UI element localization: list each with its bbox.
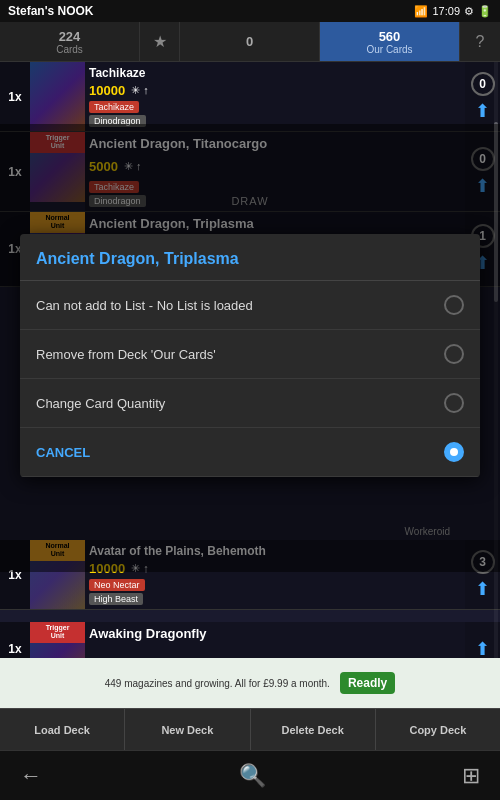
card-arrow-avatar: ⬆	[475, 578, 490, 600]
menu-icon[interactable]: ⊞	[462, 763, 480, 789]
card-qty-1: 1x	[0, 62, 30, 131]
dialog-overlay: Ancient Dragon, Triplasma Can not add to…	[0, 124, 500, 572]
search-icon[interactable]: 🔍	[239, 763, 266, 789]
tab-count2[interactable]: 0	[180, 22, 320, 61]
dialog-title-area: Ancient Dragon, Triplasma	[20, 234, 480, 281]
card-power-1: 10000	[89, 83, 125, 98]
dialog-title-text: Ancient Dragon, Triplasma	[36, 250, 239, 267]
tab-count2-val: 0	[246, 34, 253, 49]
dialog-option-remove[interactable]: Remove from Deck 'Our Cards'	[20, 330, 480, 379]
dialog-option-no-list-text: Can not add to List - No List is loaded	[36, 298, 253, 313]
card-grade-1: 0	[471, 72, 495, 96]
card-arrow-dragonfly: ⬆	[475, 638, 490, 660]
time-display: 17:09	[432, 5, 460, 17]
tab-bar: 224 Cards ★ 0 560 Our Cards ?	[0, 22, 500, 62]
dialog-option-no-list[interactable]: Can not add to List - No List is loaded	[20, 281, 480, 330]
card-thumb-1	[30, 62, 85, 132]
tab-help[interactable]: ?	[460, 22, 500, 61]
card-tag-neo-nectar: Neo Nectar	[89, 579, 145, 591]
tab-cards-count: 224	[59, 29, 81, 44]
status-icons: 📶 17:09 ⚙ 🔋	[414, 5, 492, 18]
ad-text: 449 magazines and growing. All for £9.99…	[105, 678, 330, 689]
radio-remove	[444, 344, 464, 364]
card-qty-dragonfly: 1x	[0, 622, 30, 662]
tab-star[interactable]: ★	[140, 22, 180, 61]
card-list: 1x Tachikaze 10000 ✳ ↑ Tachikaze Dinodra…	[0, 62, 500, 662]
card-tag-tachikaze-1: Tachikaze	[89, 101, 139, 113]
settings-icon: ⚙	[464, 5, 474, 18]
dialog-option-remove-text: Remove from Deck 'Our Cards'	[36, 347, 216, 362]
dialog: Ancient Dragon, Triplasma Can not add to…	[20, 234, 480, 477]
bottom-toolbar: Load Deck New Deck Delete Deck Copy Deck	[0, 708, 500, 750]
card-name-dragonfly: Awaking Dragonfly	[89, 626, 461, 641]
radio-no-list	[444, 295, 464, 315]
card-row-dragonfly[interactable]: 1x TriggerUnit Awaking Dragonfly ⬆	[0, 622, 500, 662]
tab-our-cards-count: 560	[379, 29, 401, 44]
load-deck-button[interactable]: Load Deck	[0, 709, 125, 750]
radio-cancel	[444, 442, 464, 462]
card-info-1: Tachikaze 10000 ✳ ↑ Tachikaze Dinodragon	[85, 62, 465, 131]
card-arrow-1: ⬆	[475, 100, 490, 122]
card-tag-high-beast: High Beast	[89, 593, 143, 605]
tab-our-cards-label: Our Cards	[366, 44, 412, 55]
radio-change-qty	[444, 393, 464, 413]
ad-banner[interactable]: 449 magazines and growing. All for £9.99…	[0, 658, 500, 708]
tab-cards[interactable]: 224 Cards	[0, 22, 140, 61]
tab-our-cards[interactable]: 560 Our Cards	[320, 22, 460, 61]
delete-deck-button[interactable]: Delete Deck	[251, 709, 376, 750]
card-name-1: Tachikaze	[89, 66, 461, 80]
card-thumb-dragonfly: TriggerUnit	[30, 622, 85, 662]
nav-bar: ← 🔍 ⊞	[0, 750, 500, 800]
card-info-dragonfly: Awaking Dragonfly	[85, 622, 465, 662]
card-icon-1: ✳ ↑	[131, 84, 149, 97]
app-name: Stefan's NOOK	[8, 4, 94, 18]
status-bar: Stefan's NOOK 📶 17:09 ⚙ 🔋	[0, 0, 500, 22]
card-row-1[interactable]: 1x Tachikaze 10000 ✳ ↑ Tachikaze Dinodra…	[0, 62, 500, 132]
new-deck-button[interactable]: New Deck	[125, 709, 250, 750]
tab-cards-label: Cards	[56, 44, 83, 55]
back-button[interactable]: ←	[20, 763, 42, 789]
dialog-option-change-qty[interactable]: Change Card Quantity	[20, 379, 480, 428]
dialog-option-change-qty-text: Change Card Quantity	[36, 396, 165, 411]
dialog-option-cancel[interactable]: CANCEL	[20, 428, 480, 477]
wifi-icon: 📶	[414, 5, 428, 18]
dialog-option-cancel-text: CANCEL	[36, 445, 90, 460]
copy-deck-button[interactable]: Copy Deck	[376, 709, 500, 750]
battery-icon: 🔋	[478, 5, 492, 18]
ad-logo: Readly	[340, 672, 395, 694]
